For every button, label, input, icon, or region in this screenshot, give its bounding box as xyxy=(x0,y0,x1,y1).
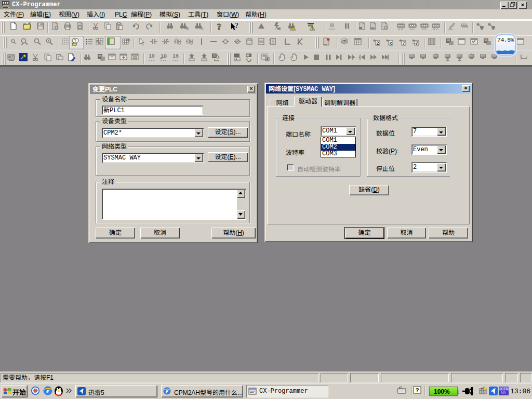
svg-text:MA: MA xyxy=(501,391,506,394)
svg-text:x: x xyxy=(390,41,392,46)
svg-text:?: ? xyxy=(217,22,222,32)
svg-text:b: b xyxy=(201,26,204,31)
svg-text:?: ? xyxy=(416,387,419,393)
svg-text:2: 2 xyxy=(376,41,379,46)
svg-text:10: 10 xyxy=(149,54,155,59)
svg-text:?: ? xyxy=(235,22,238,30)
svg-text:7: 7 xyxy=(415,41,418,46)
svg-text:LICEN: LICEN xyxy=(499,387,509,391)
svg-text:B: B xyxy=(186,26,189,31)
svg-text:16: 16 xyxy=(172,54,179,59)
svg-text:7: 7 xyxy=(402,41,405,46)
